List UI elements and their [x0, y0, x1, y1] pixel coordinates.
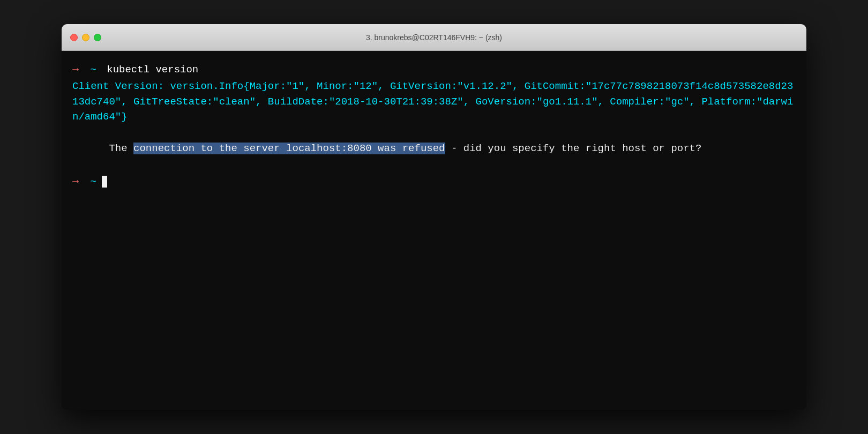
- prompt-arrow: →: [72, 62, 79, 78]
- error-prefix: The: [109, 143, 133, 154]
- window-title: 3. brunokrebs@C02RT146FVH9: ~ (zsh): [366, 33, 502, 42]
- titlebar: 3. brunokrebs@C02RT146FVH9: ~ (zsh): [62, 24, 806, 51]
- error-suffix: - did you specify the right host or port…: [445, 143, 702, 154]
- second-prompt-arrow: →: [72, 174, 79, 190]
- maximize-button[interactable]: [94, 34, 101, 41]
- error-line: The connection to the server localhost:8…: [72, 126, 796, 172]
- window-buttons: [70, 34, 101, 41]
- second-prompt-tilde: ~: [84, 174, 96, 190]
- terminal-body[interactable]: → ~ kubectl version Client Version: vers…: [62, 51, 806, 200]
- terminal-cursor: [102, 176, 107, 188]
- output-line: Client Version: version.Info{Major:"1", …: [72, 79, 796, 125]
- minimize-button[interactable]: [82, 34, 89, 41]
- terminal-window: 3. brunokrebs@C02RT146FVH9: ~ (zsh) → ~ …: [62, 24, 806, 410]
- error-highlighted: connection to the server localhost:8080 …: [133, 143, 445, 154]
- command-text: kubectl version: [101, 62, 198, 78]
- second-prompt-line: → ~: [72, 174, 796, 190]
- command-line: → ~ kubectl version: [72, 62, 796, 78]
- close-button[interactable]: [70, 34, 78, 41]
- prompt-tilde: ~: [84, 62, 96, 78]
